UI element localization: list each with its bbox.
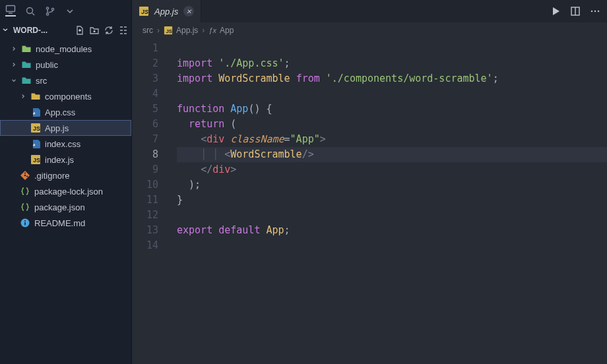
- tree-item-label: package-lock.json: [34, 187, 103, 197]
- chevron-right-icon: ›: [157, 26, 160, 35]
- breadcrumb-file: JS App.js: [164, 26, 198, 35]
- folder-icon: [30, 91, 41, 102]
- refresh-icon[interactable]: [104, 25, 114, 36]
- js-file-icon: JS: [164, 26, 173, 35]
- svg-point-2: [46, 7, 48, 9]
- chevron-right-icon: [11, 61, 17, 68]
- sidebar: WORD-... node_modulespublicsrccomponents…: [0, 0, 132, 364]
- svg-point-16: [24, 220, 26, 222]
- svg-text:JS: JS: [33, 157, 40, 164]
- tree-item-label: App.css: [45, 107, 75, 117]
- chevron-down-icon[interactable]: [65, 6, 75, 16]
- svg-point-22: [598, 11, 599, 12]
- file-info-icon: [20, 218, 30, 228]
- code-body[interactable]: import './App.css';import WordScramble f…: [169, 38, 607, 364]
- tree-item-label: App.js: [45, 123, 69, 133]
- file-js-icon: JS: [30, 154, 41, 165]
- file-index-js[interactable]: JSindex.js: [0, 152, 131, 167]
- editor-area: JS App.js ✕ src › JS App.js › ƒx App 123…: [132, 0, 607, 364]
- close-icon[interactable]: ✕: [183, 6, 194, 16]
- file-json-icon: [20, 186, 30, 197]
- search-icon[interactable]: [25, 6, 36, 16]
- line-gutter: 1234567891011121314: [132, 38, 169, 364]
- tab-bar: JS App.js ✕: [132, 0, 607, 22]
- tree-item-label: .gitignore: [34, 171, 69, 181]
- new-file-icon[interactable]: [75, 25, 85, 36]
- run-icon[interactable]: [550, 6, 561, 16]
- file-json-icon: [20, 202, 30, 212]
- tree-item-label: components: [45, 92, 92, 102]
- more-icon[interactable]: [590, 6, 600, 16]
- file-readme-md[interactable]: README.md: [0, 215, 131, 231]
- svg-point-3: [46, 13, 48, 15]
- svg-text:JS: JS: [141, 9, 148, 15]
- tree-item-label: node_modules: [36, 44, 92, 54]
- sidebar-topbar: [0, 0, 131, 22]
- tree-item-label: README.md: [34, 218, 85, 228]
- folder-icon: [21, 59, 32, 70]
- svg-point-21: [594, 11, 596, 12]
- explorer-section-header[interactable]: WORD-...: [0, 22, 131, 38]
- new-folder-icon[interactable]: [89, 25, 100, 36]
- file-index-css[interactable]: #index.css: [0, 136, 131, 152]
- folder-icon: [21, 75, 32, 86]
- svg-point-20: [591, 11, 592, 12]
- chevron-down-icon: [11, 77, 17, 84]
- code-editor[interactable]: 1234567891011121314 import './App.css';i…: [132, 38, 607, 364]
- tree-item-label: public: [36, 60, 58, 70]
- file-css-icon: #: [30, 138, 41, 149]
- file-css-icon: #: [30, 107, 41, 117]
- tab-label: App.js: [154, 7, 178, 16]
- file-app-css[interactable]: #App.css: [0, 104, 131, 120]
- explorer-icon[interactable]: [5, 6, 16, 16]
- breadcrumb[interactable]: src › JS App.js › ƒx App: [132, 22, 607, 38]
- breadcrumb-symbol: ƒx App: [208, 26, 234, 35]
- tab-app-js[interactable]: JS App.js ✕: [132, 0, 201, 22]
- workspace-name: WORD-...: [13, 26, 72, 35]
- file-package-lock-json[interactable]: package-lock.json: [0, 183, 131, 199]
- folder-components[interactable]: components: [0, 88, 131, 104]
- tabbar-actions: [550, 0, 607, 22]
- function-icon: ƒx: [208, 26, 216, 34]
- explorer-actions: [75, 25, 129, 36]
- file-app-js[interactable]: JSApp.js: [0, 120, 131, 136]
- svg-point-12: [24, 172, 26, 173]
- svg-point-13: [26, 175, 28, 177]
- branch-icon[interactable]: [45, 6, 55, 16]
- svg-rect-0: [7, 6, 15, 12]
- tree-item-label: package.json: [34, 202, 85, 212]
- file-js-icon: JS: [30, 123, 41, 133]
- svg-point-1: [27, 8, 33, 14]
- folder-src[interactable]: src: [0, 73, 131, 88]
- folder-icon: [21, 44, 32, 54]
- tree-item-label: src: [36, 76, 47, 86]
- tree-item-label: index.css: [45, 139, 80, 149]
- tree-item-label: index.js: [45, 155, 74, 165]
- svg-point-11: [24, 175, 26, 177]
- collapse-all-icon[interactable]: [118, 25, 129, 36]
- breadcrumb-src: src: [143, 26, 153, 35]
- file-tree: node_modulespublicsrccomponents#App.cssJ…: [0, 38, 131, 231]
- folder-node-modules[interactable]: node_modules: [0, 41, 131, 57]
- svg-rect-15: [24, 222, 26, 226]
- file-git-icon: [20, 170, 30, 181]
- svg-point-4: [51, 8, 53, 10]
- chevron-right-icon: ›: [202, 26, 205, 35]
- file-package-json[interactable]: package.json: [0, 199, 131, 215]
- chevron-down-icon: [1, 26, 11, 36]
- svg-text:JS: JS: [166, 28, 173, 34]
- chevron-right-icon: [20, 93, 26, 100]
- split-editor-icon[interactable]: [570, 6, 581, 16]
- js-file-icon: JS: [139, 6, 149, 16]
- chevron-right-icon: [11, 46, 17, 52]
- file--gitignore[interactable]: .gitignore: [0, 167, 131, 183]
- folder-public[interactable]: public: [0, 57, 131, 73]
- svg-text:JS: JS: [33, 125, 40, 132]
